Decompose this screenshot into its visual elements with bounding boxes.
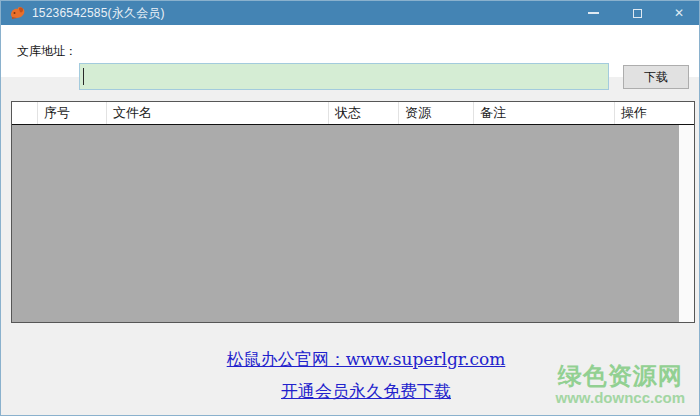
maximize-button[interactable] (615, 1, 659, 25)
download-button[interactable]: 下载 (623, 65, 689, 89)
window-title: 15236542585(永久会员) (32, 5, 165, 22)
table-header-resource[interactable]: 资源 (399, 102, 474, 124)
close-button[interactable]: ✕ (659, 1, 699, 25)
window-controls: ✕ (571, 1, 699, 25)
watermark-site-name: 绿色资源网 (556, 363, 685, 389)
table-header-index[interactable]: 序号 (38, 102, 107, 124)
table-header-remark[interactable]: 备注 (474, 102, 615, 124)
app-squirrel-icon (10, 6, 26, 20)
table-header-status[interactable]: 状态 (329, 102, 399, 124)
official-site-link[interactable]: 松鼠办公官网：www.superlgr.com (227, 348, 506, 371)
library-address-input[interactable] (79, 63, 609, 90)
table-header-filename[interactable]: 文件名 (107, 102, 329, 124)
app-window: 15236542585(永久会员) ✕ 文库地址： 下载 序号 文件名 状态 资… (0, 0, 700, 416)
vip-upgrade-link[interactable]: 开通会员永久免费下载 (281, 380, 451, 403)
file-table: 序号 文件名 状态 资源 备注 操作 (11, 101, 695, 323)
minimize-button[interactable] (571, 1, 615, 25)
table-body-empty (12, 125, 694, 322)
minimize-icon (588, 12, 599, 14)
watermark-site-url: www.downcc.com (556, 390, 685, 407)
library-address-label: 文库地址： (17, 25, 77, 77)
close-icon: ✕ (674, 7, 684, 19)
address-panel: 文库地址： 下载 (1, 25, 699, 77)
table-header-checkbox-col[interactable] (12, 102, 38, 124)
maximize-icon (633, 9, 642, 18)
table-header-operation[interactable]: 操作 (615, 102, 694, 124)
watermark: 绿色资源网 www.downcc.com (556, 363, 685, 406)
titlebar: 15236542585(永久会员) ✕ (1, 1, 699, 25)
table-scrollbar-track (679, 125, 694, 322)
table-header-row: 序号 文件名 状态 资源 备注 操作 (12, 102, 694, 125)
library-address-input-wrap (79, 63, 609, 90)
text-caret (83, 68, 84, 85)
